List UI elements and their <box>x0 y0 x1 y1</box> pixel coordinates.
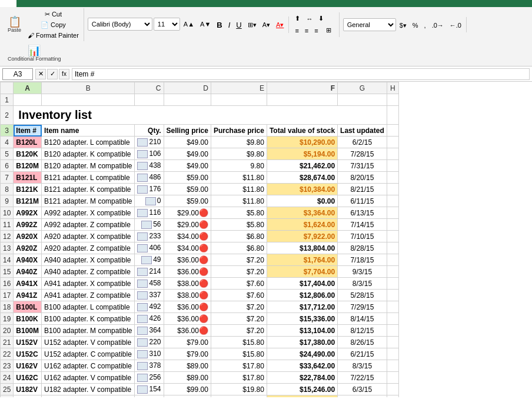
cell-item-21[interactable]: U152V <box>14 337 42 348</box>
tab-page-layout[interactable] <box>33 0 49 7</box>
cell-h-17[interactable] <box>387 290 398 301</box>
cell-qty-12[interactable]: 233 <box>135 231 164 242</box>
cell-total-4[interactable]: $10,290.00 <box>267 137 337 148</box>
tab-insert[interactable] <box>16 0 33 7</box>
qty-checkbox[interactable] <box>141 221 152 229</box>
qty-checkbox[interactable] <box>137 162 148 170</box>
qty-checkbox[interactable] <box>145 197 156 205</box>
border-button[interactable]: ⊞▾ <box>245 20 259 30</box>
format-painter-button[interactable]: 🖌 Format Painter <box>25 31 81 40</box>
cancel-formula-button[interactable]: ✕ <box>35 69 46 79</box>
cell-selling-23[interactable]: $89.00 <box>164 360 211 372</box>
cell-purchase-19[interactable]: $7.20 <box>211 313 267 325</box>
cell-name-5[interactable]: B120 adapter. K compatible <box>42 148 135 160</box>
cell-h2[interactable] <box>387 106 398 125</box>
cell-updated-4[interactable]: 6/2/15 <box>338 137 387 148</box>
cell-total-12[interactable]: $7,922.00 <box>267 231 337 242</box>
cell-name-23[interactable]: U162 adapter. C compatible <box>42 360 135 372</box>
col-header-h[interactable]: H <box>387 82 398 94</box>
cell-item-25[interactable]: U182V <box>14 384 42 395</box>
cell-purchase-11[interactable]: $5.80 <box>211 219 267 231</box>
cell-purchase-22[interactable]: $15.80 <box>211 348 267 360</box>
cell-h-19[interactable] <box>387 313 398 325</box>
cell-selling-12[interactable]: $34.00🔴 <box>164 231 211 242</box>
cell-qty-23[interactable]: 378 <box>135 360 164 372</box>
cell-selling-14[interactable]: $36.00🔴 <box>164 254 211 266</box>
cell-qty-19[interactable]: 426 <box>135 313 164 325</box>
cell-name-26[interactable]: U182 adapter. C compatible <box>42 395 135 398</box>
cell-h-23[interactable] <box>387 360 398 372</box>
qty-checkbox[interactable] <box>137 232 148 241</box>
col-header-d[interactable]: D <box>164 82 211 94</box>
cell-name-25[interactable]: U182 adapter. V compatible <box>42 384 135 395</box>
col-header-e[interactable]: E <box>211 82 267 94</box>
align-bottom-button[interactable]: ⬇ <box>316 14 326 24</box>
cell-selling-19[interactable]: $36.00🔴 <box>164 313 211 325</box>
cell-purchase-8[interactable]: $11.80 <box>211 184 267 195</box>
qty-checkbox[interactable] <box>137 303 148 311</box>
cell-qty-11[interactable]: 56 <box>135 219 164 231</box>
cell-item-15[interactable]: A940Z <box>14 266 42 278</box>
qty-checkbox[interactable] <box>137 244 148 252</box>
cell-selling-7[interactable]: $59.00 <box>164 172 211 184</box>
insert-function-button[interactable]: fx <box>59 69 69 79</box>
formula-input[interactable] <box>72 68 530 80</box>
cell-qty-25[interactable]: 154 <box>135 384 164 395</box>
qty-checkbox[interactable] <box>137 362 148 370</box>
col-header-g[interactable]: G <box>338 82 387 94</box>
cell-qty-13[interactable]: 406 <box>135 242 164 254</box>
qty-checkbox[interactable] <box>137 174 148 182</box>
cell-purchase-25[interactable]: $19.80 <box>211 384 267 395</box>
cell-h-21[interactable] <box>387 337 398 348</box>
cell-item-23[interactable]: U162V <box>14 360 42 372</box>
cell-f1[interactable] <box>267 94 337 106</box>
cell-h1[interactable] <box>387 94 398 106</box>
cell-total-11[interactable]: $1,624.00 <box>267 219 337 231</box>
qty-checkbox[interactable] <box>137 327 148 335</box>
cell-g3[interactable]: Last updated <box>338 125 387 137</box>
cell-total-23[interactable]: $33,642.00 <box>267 360 337 372</box>
cell-total-19[interactable]: $15,336.00 <box>267 313 337 325</box>
cell-selling-10[interactable]: $29.00🔴 <box>164 207 211 219</box>
cell-h-10[interactable] <box>387 207 398 219</box>
align-top-button[interactable]: ⬆ <box>292 14 302 24</box>
currency-button[interactable]: $▾ <box>397 21 409 31</box>
cell-a1[interactable] <box>14 94 42 106</box>
cell-name-15[interactable]: A940 adapter. Z compatible <box>42 266 135 278</box>
cell-name-19[interactable]: B100 adapter. K compatible <box>42 313 135 325</box>
cell-updated-11[interactable]: 7/14/15 <box>338 219 387 231</box>
cell-name-24[interactable]: U162 adapter. V compatible <box>42 372 135 384</box>
cell-h-6[interactable] <box>387 160 398 172</box>
cell-selling-26[interactable]: $99.00 <box>164 395 211 398</box>
cell-updated-5[interactable]: 7/28/15 <box>338 148 387 160</box>
cell-h-18[interactable] <box>387 301 398 313</box>
cell-updated-8[interactable]: 8/21/15 <box>338 184 387 195</box>
number-format-select[interactable]: General <box>343 18 396 31</box>
cell-h-25[interactable] <box>387 384 398 395</box>
cell-purchase-21[interactable]: $15.80 <box>211 337 267 348</box>
cell-item-5[interactable]: B120K <box>14 148 42 160</box>
cell-qty-26[interactable]: 101 <box>135 395 164 398</box>
cell-qty-10[interactable]: 116 <box>135 207 164 219</box>
cell-h-26[interactable] <box>387 395 398 398</box>
cell-name-17[interactable]: A941 adapter. Z compatible <box>42 290 135 301</box>
align-middle-button[interactable]: ↔ <box>304 14 315 24</box>
cell-name-8[interactable]: B121 adapter. K compatible <box>42 184 135 195</box>
cell-item-22[interactable]: U152C <box>14 348 42 360</box>
cell-purchase-10[interactable]: $5.80 <box>211 207 267 219</box>
cell-qty-22[interactable]: 310 <box>135 348 164 360</box>
cell-updated-18[interactable]: 7/29/15 <box>338 301 387 313</box>
decrease-font-button[interactable]: A▼ <box>198 19 213 29</box>
tab-view[interactable] <box>99 0 115 7</box>
align-left-button[interactable]: ≡ <box>292 25 301 36</box>
cell-name-9[interactable]: B121 adapter. M compatible <box>42 195 135 207</box>
cell-qty-21[interactable]: 220 <box>135 337 164 348</box>
cell-purchase-12[interactable]: $6.80 <box>211 231 267 242</box>
cell-selling-11[interactable]: $29.00🔴 <box>164 219 211 231</box>
cell-selling-20[interactable]: $36.00🔴 <box>164 325 211 337</box>
cell-item-7[interactable]: B121L <box>14 172 42 184</box>
paste-button[interactable]: 📋 Paste <box>5 15 24 35</box>
cell-h-9[interactable] <box>387 195 398 207</box>
cell-updated-13[interactable]: 8/28/15 <box>338 242 387 254</box>
cell-selling-17[interactable]: $38.00🔴 <box>164 290 211 301</box>
